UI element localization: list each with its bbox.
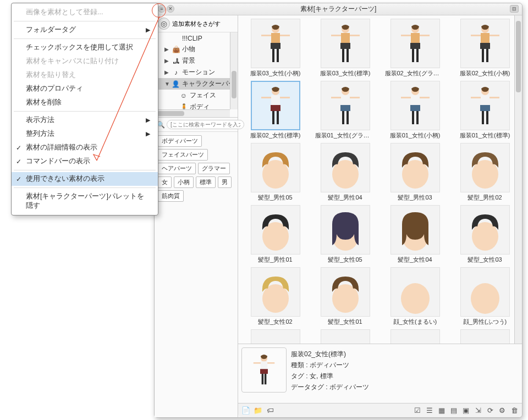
- paste-material-icon[interactable]: ⇲: [474, 406, 482, 415]
- svg-rect-21: [480, 43, 490, 49]
- search-row: 🔍: [155, 118, 238, 132]
- material-thumb[interactable]: 髪型_男性03: [381, 143, 449, 202]
- svg-rect-70: [265, 374, 267, 384]
- grid-medium-icon[interactable]: ▦: [437, 406, 446, 415]
- tag-panel: ボディパーツフェイスパーツヘアパーツグラマー女小柄標準男筋肉質: [155, 132, 238, 205]
- material-thumb[interactable]: 顔_女性(まるい): [381, 267, 449, 326]
- menu-item[interactable]: ✓使用できない素材の表示: [12, 172, 158, 186]
- svg-rect-22: [482, 49, 484, 62]
- tree-vscrollbar[interactable]: [230, 32, 238, 109]
- material-thumb[interactable]: 服装03_女性(小柄): [241, 19, 309, 78]
- folder-icon[interactable]: 📁: [254, 406, 262, 415]
- material-thumb[interactable]: 髪型_女性05: [311, 205, 379, 264]
- tag-chip[interactable]: 男: [218, 176, 232, 188]
- tree-item[interactable]: ▶🏞背景: [155, 55, 238, 67]
- collapse-icon[interactable]: ⊟: [510, 5, 519, 13]
- menu-divider: [14, 21, 156, 21]
- menu-item-label: 画像を素材として登録...: [26, 8, 103, 17]
- tree-item[interactable]: ▼👤キャラクターパーツ: [155, 78, 238, 90]
- tag-chip[interactable]: 小柄: [174, 176, 194, 188]
- grid-small-icon[interactable]: ▤: [449, 406, 458, 415]
- tag-chip[interactable]: 標準: [196, 176, 216, 188]
- menu-item[interactable]: 表示方法▶: [12, 113, 158, 127]
- trash-icon[interactable]: 🗑: [510, 406, 519, 415]
- tag-chip[interactable]: フェイスパーツ: [158, 149, 208, 161]
- material-thumb[interactable]: [241, 329, 309, 344]
- material-grid: 服装03_女性(小柄)服装03_女性(標準)服装02_女性(グラマー)服装02_…: [238, 15, 522, 344]
- swirl-icon[interactable]: ◎: [158, 18, 170, 30]
- svg-rect-3: [271, 43, 280, 49]
- material-grid-wrap: 服装03_女性(小柄)服装03_女性(標準)服装02_女性(グラマー)服装02_…: [238, 15, 522, 344]
- menu-item-label: 表示方法: [26, 115, 54, 125]
- svg-point-57: [332, 284, 359, 313]
- menu-item[interactable]: 素材を削除: [12, 96, 158, 109]
- material-thumb[interactable]: 顔_男性(ふつう): [451, 267, 519, 326]
- tag-chip[interactable]: ヘアパーツ: [158, 163, 196, 174]
- material-thumb[interactable]: 服装01_女性(グラマー): [311, 81, 379, 140]
- tree-item[interactable]: ☺フェイス: [155, 90, 238, 101]
- tag-chip[interactable]: 筋肉質: [158, 190, 184, 202]
- material-thumb[interactable]: [381, 329, 449, 344]
- material-thumb[interactable]: 髪型_男性01: [241, 205, 309, 264]
- thumb-caption: 髪型_女性01: [328, 318, 362, 326]
- material-thumb[interactable]: 服装03_女性(標準): [311, 19, 379, 78]
- menu-item[interactable]: 素材のプロパティ: [12, 82, 158, 96]
- material-thumb[interactable]: 服装02_女性(グラマー): [381, 19, 449, 78]
- grid-vscrollbar[interactable]: [514, 15, 522, 344]
- svg-rect-9: [340, 43, 350, 49]
- thumb-caption: 服装01_女性(標準): [460, 131, 510, 140]
- material-thumb[interactable]: 髪型_男性05: [241, 143, 309, 202]
- menu-item-label: 使用できない素材の表示: [26, 174, 105, 184]
- svg-rect-16: [412, 49, 414, 62]
- svg-rect-47: [486, 111, 488, 124]
- menu-item[interactable]: フォルダータグ▶: [12, 23, 158, 37]
- checkbox-view-icon[interactable]: ☑: [413, 406, 422, 415]
- replace-material-icon[interactable]: ⟳: [486, 406, 494, 415]
- menu-item-label: コマンドバーの表示: [26, 157, 90, 166]
- material-thumb[interactable]: 髪型_女性04: [381, 205, 449, 264]
- menu-item[interactable]: 素材[キャラクターパーツ]パレットを隠す: [12, 190, 158, 213]
- svg-rect-5: [277, 49, 279, 62]
- tree-item[interactable]: !!!CLIP: [155, 34, 238, 43]
- search-input[interactable]: [167, 120, 244, 129]
- material-thumb[interactable]: [451, 329, 519, 344]
- menu-item[interactable]: 整列方法▶: [12, 127, 158, 141]
- tag-icon[interactable]: 🏷: [266, 406, 274, 415]
- tree-item[interactable]: ▶♪モーション: [155, 67, 238, 78]
- tree-item-label: フェイス: [190, 91, 216, 100]
- material-thumb[interactable]: 服装02_女性(小柄): [451, 19, 519, 78]
- material-thumb[interactable]: 服装01_女性(標準): [451, 81, 519, 140]
- menu-item[interactable]: チェックボックスを使用して選択: [12, 41, 158, 54]
- properties-icon[interactable]: ⚙: [498, 406, 507, 415]
- material-thumb[interactable]: 髪型_女性02: [241, 267, 309, 326]
- single-view-icon[interactable]: ▣: [461, 406, 470, 415]
- material-thumb[interactable]: 服装02_女性(標準): [241, 81, 309, 140]
- material-thumb[interactable]: 髪型_女性01: [311, 267, 379, 326]
- tag-chip[interactable]: ボディパーツ: [158, 135, 202, 147]
- material-thumb[interactable]: 服装01_女性(小柄): [381, 81, 449, 140]
- tag-chip[interactable]: グラマー: [198, 163, 230, 174]
- svg-rect-32: [341, 95, 350, 105]
- add-material-label[interactable]: 追加素材をさがす: [172, 20, 221, 28]
- material-thumb[interactable]: 髪型_男性04: [311, 143, 379, 202]
- thumb-caption: 髪型_男性05: [258, 194, 292, 202]
- tree-item-label: キャラクターパーツ: [182, 79, 238, 89]
- svg-rect-28: [272, 111, 274, 124]
- material-thumb[interactable]: 髪型_男性02: [451, 143, 519, 202]
- tree-item[interactable]: ▶👜小物: [155, 43, 238, 55]
- menu-item: 画像を素材として登録...: [12, 5, 158, 19]
- menu-item[interactable]: ✓素材の詳細情報の表示: [12, 141, 158, 154]
- list-view-icon[interactable]: ☰: [425, 406, 434, 415]
- material-thumb[interactable]: 髪型_女性03: [451, 205, 519, 264]
- close-icon[interactable]: ✕: [167, 5, 174, 13]
- new-folder-icon[interactable]: 📄: [241, 406, 250, 415]
- detail-datatag-label: データタグ :: [291, 383, 328, 391]
- tree-hscrollbar[interactable]: [155, 109, 230, 117]
- menu-item-label: 素材を貼り替え: [26, 70, 76, 80]
- material-thumb[interactable]: [311, 329, 379, 344]
- menu-item-label: 素材を削除: [26, 98, 62, 107]
- tree-item-label: !!!CLIP: [182, 35, 202, 42]
- menu-icon[interactable]: ≡: [158, 5, 166, 13]
- menu-item[interactable]: ✓コマンドバーの表示: [12, 154, 158, 168]
- tag-chip[interactable]: 女: [158, 176, 172, 188]
